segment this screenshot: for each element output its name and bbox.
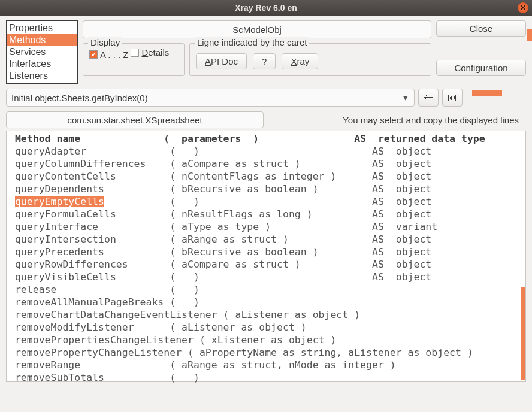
interface-field[interactable]: com.sun.star.sheet.XSpreadsheet xyxy=(6,111,264,128)
method-row[interactable]: queryIntersection ( aRange as struct ) A… xyxy=(9,233,523,246)
method-row[interactable]: queryColumnDifferences ( aCompare as str… xyxy=(9,157,523,170)
method-row[interactable]: removeAllManualPageBreaks ( ) xyxy=(9,296,523,308)
details-checkbox[interactable]: Details xyxy=(131,47,169,57)
sort-az-checkbox[interactable]: ✔ A . . . Z xyxy=(89,50,129,60)
method-row[interactable]: queryFormulaCells ( nResultFlags as long… xyxy=(9,208,523,220)
configuration-button[interactable]: Configuration xyxy=(436,60,526,76)
rewind-icon: ⏮ xyxy=(448,92,457,103)
hint-text: You may select and copy the displayed li… xyxy=(343,115,519,125)
method-row[interactable]: removePropertiesChangeListener ( xListen… xyxy=(9,334,523,346)
method-row[interactable]: removeSubTotals ( ) xyxy=(9,371,523,384)
rewind-button[interactable]: ⏮ xyxy=(442,89,463,107)
method-row[interactable]: queryRowDifferences ( aCompare as struct… xyxy=(9,258,523,271)
method-row[interactable]: queryDependents ( bRecursive as boolean … xyxy=(9,183,523,195)
api-doc-button[interactable]: API Doc xyxy=(196,53,247,69)
window-close-button[interactable]: ✕ xyxy=(518,2,528,13)
method-row[interactable]: queryVisibleCells ( ) AS object xyxy=(9,271,523,283)
back-button[interactable]: 🡐 xyxy=(418,89,439,107)
window-title: Xray Rev 6.0 en xyxy=(235,3,297,13)
method-row[interactable]: removeModifyListener ( aListener as obje… xyxy=(9,321,523,334)
method-row[interactable]: removePropertyChangeListener ( aProperty… xyxy=(9,346,523,359)
method-row[interactable]: queryInterface ( aType as type ) AS vari… xyxy=(9,220,523,233)
marker-icon xyxy=(527,29,532,41)
path-combobox[interactable]: Initial object.Sheets.getByIndex(0) xyxy=(6,89,415,107)
method-row[interactable]: queryAdapter ( ) AS object xyxy=(9,145,523,157)
methods-list[interactable]: Method name ( parameters ) AS returned d… xyxy=(6,131,526,382)
method-row[interactable]: removeChartDataChangeEventListener ( aLi… xyxy=(9,308,523,321)
scrollbar-thumb[interactable] xyxy=(521,287,525,380)
category-tabs: PropertiesMethodsServicesInterfacesListe… xyxy=(6,20,78,84)
method-row[interactable]: queryContentCells ( nContentFlags as int… xyxy=(9,170,523,183)
display-group: Display ✔ A . . . Z Details xyxy=(83,43,185,76)
close-button[interactable]: Close xyxy=(436,20,526,37)
close-icon: ✕ xyxy=(520,4,526,12)
method-row[interactable]: queryEmptyCells ( ) AS object xyxy=(9,195,523,208)
method-row[interactable]: queryPrecedents ( bRecursive as boolean … xyxy=(9,246,523,258)
marker-icon xyxy=(472,90,502,96)
method-row[interactable]: release ( ) xyxy=(9,283,523,296)
tab-services[interactable]: Services xyxy=(7,46,77,58)
list-header: Method name ( parameters ) AS returned d… xyxy=(9,132,523,145)
tab-listeners[interactable]: Listeners xyxy=(7,70,77,82)
tab-properties[interactable]: Properties xyxy=(7,22,77,34)
caret-group: Ligne indicated by the caret API Doc ? X… xyxy=(189,43,431,76)
xray-button[interactable]: Xray xyxy=(282,53,318,69)
checkbox-checked-icon: ✔ xyxy=(89,50,98,59)
arrow-left-icon: 🡐 xyxy=(424,92,433,103)
checkbox-empty-icon xyxy=(131,49,139,57)
tab-interfaces[interactable]: Interfaces xyxy=(7,58,77,70)
object-name-field[interactable]: ScModelObj xyxy=(83,20,431,38)
tab-methods[interactable]: Methods xyxy=(7,34,77,46)
selected-method: queryEmptyCells xyxy=(15,196,104,207)
help-button[interactable]: ? xyxy=(253,53,276,69)
method-row[interactable]: removeRange ( aRange as struct, nMode as… xyxy=(9,359,523,371)
